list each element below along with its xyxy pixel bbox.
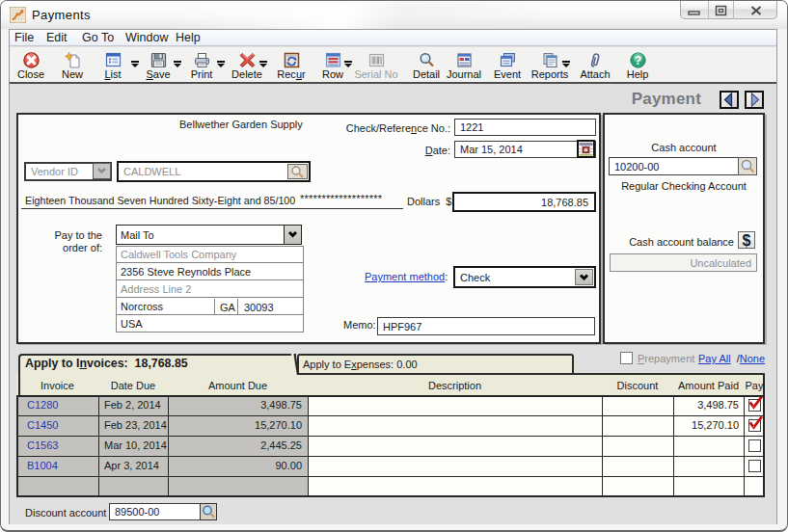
- svg-text:?: ?: [634, 54, 640, 67]
